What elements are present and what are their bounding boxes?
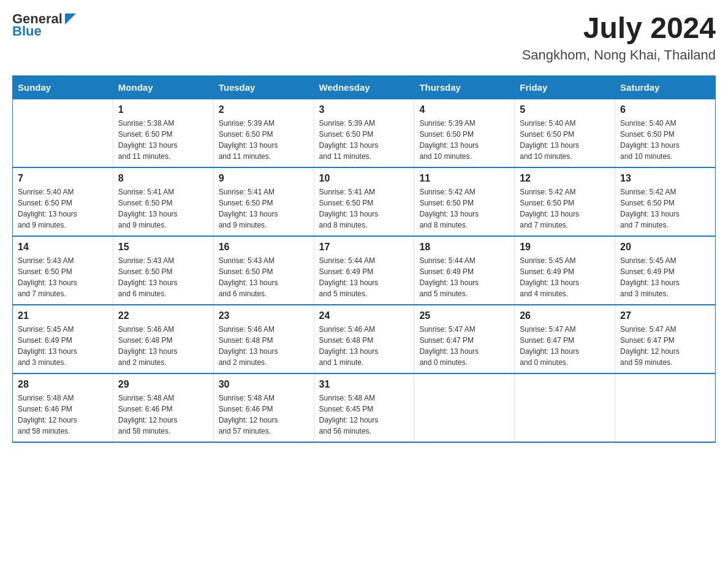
calendar-cell: 7Sunrise: 5:40 AMSunset: 6:50 PMDaylight… xyxy=(13,167,113,236)
day-info: Sunrise: 5:45 AMSunset: 6:49 PMDaylight:… xyxy=(520,255,610,299)
day-info: Sunrise: 5:40 AMSunset: 6:50 PMDaylight:… xyxy=(620,118,710,162)
column-header-friday: Friday xyxy=(515,75,615,99)
day-number: 21 xyxy=(18,310,108,321)
calendar-cell: 1Sunrise: 5:38 AMSunset: 6:50 PMDaylight… xyxy=(113,99,213,167)
calendar-cell: 11Sunrise: 5:42 AMSunset: 6:50 PMDayligh… xyxy=(414,167,515,236)
calendar-cell: 13Sunrise: 5:42 AMSunset: 6:50 PMDayligh… xyxy=(615,167,716,236)
calendar-cell: 25Sunrise: 5:47 AMSunset: 6:47 PMDayligh… xyxy=(414,305,515,373)
day-number: 4 xyxy=(419,104,509,115)
day-info: Sunrise: 5:39 AMSunset: 6:50 PMDaylight:… xyxy=(319,118,409,162)
calendar-cell: 24Sunrise: 5:46 AMSunset: 6:48 PMDayligh… xyxy=(314,305,414,373)
day-number: 19 xyxy=(520,242,610,253)
calendar-cell: 14Sunrise: 5:43 AMSunset: 6:50 PMDayligh… xyxy=(13,236,113,305)
calendar-cell: 21Sunrise: 5:45 AMSunset: 6:49 PMDayligh… xyxy=(13,305,113,373)
calendar-cell: 18Sunrise: 5:44 AMSunset: 6:49 PMDayligh… xyxy=(414,236,515,305)
calendar-subtitle: Sangkhom, Nong Khai, Thailand xyxy=(522,47,716,63)
day-number: 1 xyxy=(118,104,208,115)
day-number: 28 xyxy=(18,379,108,390)
day-number: 6 xyxy=(620,104,710,115)
day-info: Sunrise: 5:38 AMSunset: 6:50 PMDaylight:… xyxy=(118,118,208,162)
day-number: 24 xyxy=(319,310,409,321)
calendar-cell: 3Sunrise: 5:39 AMSunset: 6:50 PMDaylight… xyxy=(314,99,414,167)
day-info: Sunrise: 5:48 AMSunset: 6:46 PMDaylight:… xyxy=(18,393,108,437)
day-number: 12 xyxy=(520,173,610,184)
column-header-sunday: Sunday xyxy=(13,75,113,99)
column-header-tuesday: Tuesday xyxy=(213,75,314,99)
calendar-cell: 12Sunrise: 5:42 AMSunset: 6:50 PMDayligh… xyxy=(515,167,615,236)
day-number: 27 xyxy=(620,310,710,321)
day-info: Sunrise: 5:45 AMSunset: 6:49 PMDaylight:… xyxy=(18,324,108,368)
day-number: 2 xyxy=(219,104,309,115)
day-info: Sunrise: 5:43 AMSunset: 6:50 PMDaylight:… xyxy=(118,255,208,299)
day-number: 17 xyxy=(319,242,409,253)
day-number: 16 xyxy=(219,242,309,253)
day-number: 30 xyxy=(219,379,309,390)
day-info: Sunrise: 5:39 AMSunset: 6:50 PMDaylight:… xyxy=(419,118,509,162)
day-info: Sunrise: 5:45 AMSunset: 6:49 PMDaylight:… xyxy=(620,255,710,299)
calendar-cell: 16Sunrise: 5:43 AMSunset: 6:50 PMDayligh… xyxy=(213,236,314,305)
day-number: 13 xyxy=(620,173,710,184)
day-number: 29 xyxy=(118,379,208,390)
calendar-cell xyxy=(615,373,716,442)
calendar-cell: 17Sunrise: 5:44 AMSunset: 6:49 PMDayligh… xyxy=(314,236,414,305)
day-info: Sunrise: 5:44 AMSunset: 6:49 PMDaylight:… xyxy=(419,255,509,299)
day-number: 5 xyxy=(520,104,610,115)
calendar-cell: 19Sunrise: 5:45 AMSunset: 6:49 PMDayligh… xyxy=(515,236,615,305)
day-number: 8 xyxy=(118,173,208,184)
calendar-cell: 8Sunrise: 5:41 AMSunset: 6:50 PMDaylight… xyxy=(113,167,213,236)
day-info: Sunrise: 5:42 AMSunset: 6:50 PMDaylight:… xyxy=(419,186,509,231)
calendar-cell: 2Sunrise: 5:39 AMSunset: 6:50 PMDaylight… xyxy=(213,99,314,167)
logo-text-blue: Blue xyxy=(12,25,42,38)
calendar-cell: 4Sunrise: 5:39 AMSunset: 6:50 PMDaylight… xyxy=(414,99,515,167)
day-info: Sunrise: 5:42 AMSunset: 6:50 PMDaylight:… xyxy=(620,186,710,231)
day-number: 3 xyxy=(319,104,409,115)
calendar-week-row: 21Sunrise: 5:45 AMSunset: 6:49 PMDayligh… xyxy=(13,305,716,373)
calendar-cell: 31Sunrise: 5:48 AMSunset: 6:45 PMDayligh… xyxy=(314,373,414,442)
day-info: Sunrise: 5:46 AMSunset: 6:48 PMDaylight:… xyxy=(219,324,309,368)
column-header-thursday: Thursday xyxy=(414,75,515,99)
calendar-cell: 5Sunrise: 5:40 AMSunset: 6:50 PMDaylight… xyxy=(515,99,615,167)
day-number: 18 xyxy=(419,242,509,253)
day-info: Sunrise: 5:39 AMSunset: 6:50 PMDaylight:… xyxy=(219,118,309,162)
day-number: 23 xyxy=(219,310,309,321)
calendar-week-row: 7Sunrise: 5:40 AMSunset: 6:50 PMDaylight… xyxy=(13,167,716,236)
day-number: 11 xyxy=(419,173,509,184)
calendar-week-row: 28Sunrise: 5:48 AMSunset: 6:46 PMDayligh… xyxy=(13,373,716,442)
day-info: Sunrise: 5:48 AMSunset: 6:46 PMDaylight:… xyxy=(219,393,309,437)
calendar-cell: 20Sunrise: 5:45 AMSunset: 6:49 PMDayligh… xyxy=(615,236,716,305)
day-number: 22 xyxy=(118,310,208,321)
calendar-cell: 28Sunrise: 5:48 AMSunset: 6:46 PMDayligh… xyxy=(13,373,113,442)
calendar-cell: 22Sunrise: 5:46 AMSunset: 6:48 PMDayligh… xyxy=(113,305,213,373)
calendar-cell: 23Sunrise: 5:46 AMSunset: 6:48 PMDayligh… xyxy=(213,305,314,373)
day-number: 20 xyxy=(620,242,710,253)
title-block: July 2024 Sangkhom, Nong Khai, Thailand xyxy=(522,12,716,63)
calendar-table: SundayMondayTuesdayWednesdayThursdayFrid… xyxy=(12,75,716,443)
logo: General Blue xyxy=(12,12,76,38)
day-info: Sunrise: 5:47 AMSunset: 6:47 PMDaylight:… xyxy=(620,324,710,368)
calendar-cell: 9Sunrise: 5:41 AMSunset: 6:50 PMDaylight… xyxy=(213,167,314,236)
day-info: Sunrise: 5:48 AMSunset: 6:46 PMDaylight:… xyxy=(118,393,208,437)
column-header-saturday: Saturday xyxy=(615,75,716,99)
calendar-cell: 29Sunrise: 5:48 AMSunset: 6:46 PMDayligh… xyxy=(113,373,213,442)
calendar-cell xyxy=(13,99,113,167)
calendar-cell: 27Sunrise: 5:47 AMSunset: 6:47 PMDayligh… xyxy=(615,305,716,373)
calendar-cell xyxy=(414,373,515,442)
calendar-cell: 15Sunrise: 5:43 AMSunset: 6:50 PMDayligh… xyxy=(113,236,213,305)
day-info: Sunrise: 5:43 AMSunset: 6:50 PMDaylight:… xyxy=(219,255,309,299)
calendar-title: July 2024 xyxy=(522,12,716,45)
calendar-week-row: 14Sunrise: 5:43 AMSunset: 6:50 PMDayligh… xyxy=(13,236,716,305)
calendar-week-row: 1Sunrise: 5:38 AMSunset: 6:50 PMDaylight… xyxy=(13,99,716,167)
calendar-cell: 30Sunrise: 5:48 AMSunset: 6:46 PMDayligh… xyxy=(213,373,314,442)
day-number: 10 xyxy=(319,173,409,184)
day-info: Sunrise: 5:43 AMSunset: 6:50 PMDaylight:… xyxy=(18,255,108,299)
day-number: 31 xyxy=(319,379,409,390)
day-number: 15 xyxy=(118,242,208,253)
day-info: Sunrise: 5:41 AMSunset: 6:50 PMDaylight:… xyxy=(319,186,409,231)
calendar-cell: 6Sunrise: 5:40 AMSunset: 6:50 PMDaylight… xyxy=(615,99,716,167)
day-info: Sunrise: 5:44 AMSunset: 6:49 PMDaylight:… xyxy=(319,255,409,299)
day-info: Sunrise: 5:46 AMSunset: 6:48 PMDaylight:… xyxy=(319,324,409,368)
column-header-wednesday: Wednesday xyxy=(314,75,414,99)
day-info: Sunrise: 5:41 AMSunset: 6:50 PMDaylight:… xyxy=(118,186,208,231)
day-info: Sunrise: 5:47 AMSunset: 6:47 PMDaylight:… xyxy=(419,324,509,368)
day-info: Sunrise: 5:47 AMSunset: 6:47 PMDaylight:… xyxy=(520,324,610,368)
